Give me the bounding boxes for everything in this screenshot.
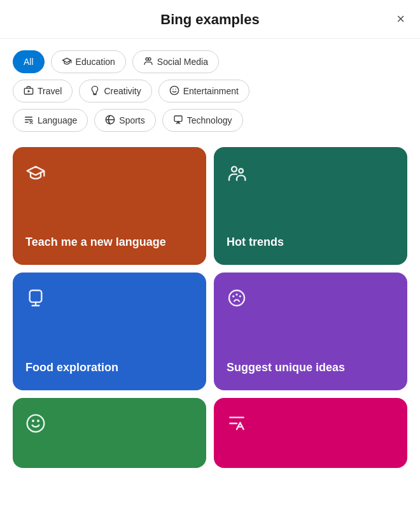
pill-technology[interactable]: Technology: [162, 109, 243, 132]
card-label-food-exploration: Food exploration: [25, 360, 193, 375]
pill-travel[interactable]: Travel: [13, 80, 73, 103]
pill-label-sports: Sports: [119, 115, 144, 125]
technology-icon: [173, 115, 183, 126]
pill-language[interactable]: Language: [13, 109, 88, 132]
filter-section: All Education Social Media Travel C: [0, 39, 420, 138]
card-label-hot-trends: Hot trends: [227, 235, 395, 250]
svg-point-17: [235, 294, 237, 295]
svg-point-15: [229, 290, 244, 306]
card-hot-trends[interactable]: Hot trends: [214, 147, 407, 265]
pill-label-travel: Travel: [38, 86, 62, 96]
svg-point-19: [27, 415, 45, 432]
svg-point-1: [148, 58, 151, 60]
pill-label-social-media: Social Media: [157, 57, 208, 67]
page-title: Bing examples: [160, 11, 259, 28]
pill-all[interactable]: All: [13, 50, 45, 73]
emoji-icon: [25, 413, 193, 437]
svg-point-13: [239, 169, 243, 173]
cards-grid: Teach me a new language Hot trends Food …: [0, 138, 420, 481]
social-media-icon: [143, 56, 153, 67]
graduation-icon: [25, 162, 193, 186]
pill-label-language: Language: [38, 115, 77, 125]
pill-label-all: All: [24, 57, 34, 67]
svg-point-18: [239, 295, 241, 297]
pill-entertainment[interactable]: Entertainment: [158, 80, 249, 103]
food-icon: [25, 288, 193, 311]
pill-creativity[interactable]: Creativity: [79, 80, 151, 103]
card-label-teach-language: Teach me a new language: [25, 235, 193, 250]
sports-icon: [105, 115, 115, 126]
close-button[interactable]: ×: [394, 10, 407, 29]
language-card-icon: [227, 413, 395, 437]
creativity-icon: [90, 85, 100, 97]
pill-label-education: Education: [76, 57, 115, 67]
pill-label-entertainment: Entertainment: [183, 86, 239, 96]
entertainment-icon: [169, 85, 179, 97]
svg-rect-14: [30, 290, 42, 302]
language-icon: [24, 115, 34, 126]
card-teach-language[interactable]: Teach me a new language: [13, 147, 206, 265]
header: Bing examples ×: [0, 0, 420, 39]
pill-label-technology: Technology: [187, 115, 232, 125]
filter-row-3: Language Sports Technology: [13, 109, 407, 132]
palette-icon: [227, 288, 395, 311]
pill-social-media[interactable]: Social Media: [132, 50, 219, 73]
card-food-exploration[interactable]: Food exploration: [13, 273, 206, 390]
svg-rect-10: [174, 116, 182, 122]
pill-sports[interactable]: Sports: [94, 109, 155, 132]
people-icon: [227, 162, 395, 186]
pill-label-creativity: Creativity: [104, 86, 141, 96]
svg-point-12: [232, 167, 237, 172]
card-suggest-ideas[interactable]: Suggest unique ideas: [214, 273, 407, 390]
filter-row-2: Travel Creativity Entertainment: [13, 80, 407, 103]
svg-point-16: [232, 295, 234, 297]
filter-row-1: All Education Social Media: [13, 50, 407, 73]
education-icon: [62, 56, 72, 67]
pill-education[interactable]: Education: [51, 50, 126, 73]
svg-point-6: [170, 86, 178, 94]
travel-icon: [24, 85, 34, 97]
card-label-suggest-ideas: Suggest unique ideas: [227, 360, 395, 375]
card-green[interactable]: [13, 398, 206, 468]
card-pink[interactable]: [214, 398, 407, 468]
